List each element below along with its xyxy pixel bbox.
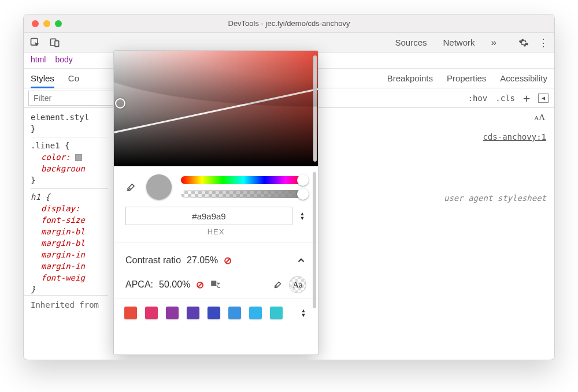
palette-swatch[interactable] — [228, 307, 241, 319]
tabs-overflow-icon[interactable]: » — [491, 37, 497, 48]
color-preview-circle — [146, 174, 172, 200]
crumb-body[interactable]: body — [55, 55, 72, 66]
cls-toggle[interactable]: .cls — [495, 94, 515, 103]
inspect-icon[interactable] — [29, 37, 41, 48]
contrast-preview-aa: Aa — [289, 276, 306, 293]
color-picker-popover: ▲▼ HEX Contrast ratio 27.05% ⊘ APCA: 50.… — [113, 50, 318, 355]
apca-value: 50.00% — [159, 279, 190, 290]
minimize-window-button[interactable] — [43, 20, 50, 27]
subtab-accessibility[interactable]: Accessibility — [500, 73, 547, 83]
svg-rect-3 — [212, 281, 217, 286]
brace-close: } — [31, 283, 108, 295]
prop-display[interactable]: display: — [31, 203, 108, 214]
hue-slider[interactable] — [181, 176, 306, 184]
apca-fail-icon: ⊘ — [196, 279, 204, 291]
subtab-properties[interactable]: Properties — [447, 73, 486, 83]
hex-input[interactable] — [125, 207, 292, 225]
svg-rect-2 — [55, 40, 59, 46]
traffic-lights — [24, 20, 62, 27]
color-palette: ▲▼ — [114, 298, 318, 327]
device-toggle-icon[interactable] — [49, 37, 61, 48]
source-link[interactable]: cds-anchovy:1 — [483, 132, 546, 141]
hue-thumb[interactable] — [297, 174, 309, 186]
window-title: DevTools - jec.fyi/demo/cds-anchovy — [24, 19, 554, 28]
new-style-rule-icon[interactable]: + — [523, 91, 530, 105]
palette-swatch[interactable] — [249, 307, 262, 319]
palette-swatch[interactable] — [145, 307, 158, 319]
contrast-fail-icon: ⊘ — [224, 255, 232, 267]
saturation-field[interactable] — [114, 51, 318, 166]
prop-color[interactable]: color: — [31, 151, 108, 163]
palette-swatch[interactable] — [208, 307, 220, 319]
tab-sources[interactable]: Sources — [395, 38, 427, 47]
color-swatch-icon[interactable] — [75, 154, 82, 161]
inherited-from-label: Inherited from — [24, 295, 108, 311]
brace-close: } — [31, 174, 108, 186]
brace-close: } — [31, 123, 108, 135]
toggle-sidebar-icon[interactable]: ◀ — [538, 94, 549, 103]
prop-font-weight[interactable]: font-weig — [31, 272, 108, 283]
prop-margin-inline-2[interactable]: margin-in — [31, 260, 108, 272]
gear-icon[interactable] — [518, 38, 529, 48]
prop-background[interactable]: backgroun — [31, 163, 108, 174]
eyedropper-bg-icon[interactable] — [273, 279, 283, 290]
palette-swatch[interactable] — [270, 307, 283, 319]
subtab-computed[interactable]: Co — [68, 73, 79, 83]
prop-font-size[interactable]: font-size — [31, 214, 108, 226]
alpha-slider[interactable] — [181, 190, 306, 198]
alpha-thumb[interactable] — [297, 188, 309, 200]
palette-swatch[interactable] — [166, 307, 179, 319]
line1-selector[interactable]: .line1 { — [31, 140, 108, 151]
color-format-label[interactable]: HEX — [114, 227, 318, 242]
contrast-ratio-value: 27.05% — [187, 255, 218, 266]
apca-label: APCA: — [125, 279, 153, 290]
hov-toggle[interactable]: :hov — [468, 94, 488, 103]
prop-margin-inline-1[interactable]: margin-in — [31, 249, 108, 260]
eyedropper-icon[interactable] — [125, 181, 137, 193]
tab-network[interactable]: Network — [443, 38, 475, 47]
chevron-up-icon[interactable] — [296, 255, 306, 266]
element-style-selector[interactable]: element.styl — [31, 111, 108, 123]
palette-swatch[interactable] — [124, 307, 137, 319]
saturation-cursor[interactable] — [115, 98, 125, 109]
reload-bg-icon[interactable] — [210, 279, 220, 290]
font-preview-aa: AAAA — [534, 113, 545, 122]
picker-scrollbar[interactable] — [313, 55, 317, 162]
palette-swatch[interactable] — [187, 307, 199, 319]
picker-scrollbar-lower[interactable] — [313, 172, 316, 308]
format-stepper[interactable]: ▲▼ — [298, 212, 306, 220]
h1-selector[interactable]: h1 { — [31, 191, 108, 203]
styles-rules-column: element.styl } .line1 { color: backgroun… — [24, 108, 110, 360]
close-window-button[interactable] — [32, 20, 39, 27]
prop-margin-block-1[interactable]: margin-bl — [31, 226, 108, 237]
palette-stepper[interactable]: ▲▼ — [299, 309, 307, 317]
main-toolbar: Sources Network » ⋮ — [24, 33, 554, 53]
contrast-ratio-label: Contrast ratio — [125, 255, 181, 266]
maximize-window-button[interactable] — [55, 20, 62, 27]
contrast-line — [113, 71, 318, 136]
user-agent-stylesheet-label: user agent stylesheet — [444, 193, 546, 203]
subtab-breakpoints[interactable]: Breakpoints — [387, 73, 433, 83]
subtab-styles[interactable]: Styles — [31, 73, 54, 88]
crumb-html[interactable]: html — [31, 55, 46, 66]
devtools-window: DevTools - jec.fyi/demo/cds-anchovy Sour… — [23, 14, 555, 360]
prop-margin-block-2[interactable]: margin-bl — [31, 237, 108, 249]
window-titlebar: DevTools - jec.fyi/demo/cds-anchovy — [24, 14, 554, 33]
